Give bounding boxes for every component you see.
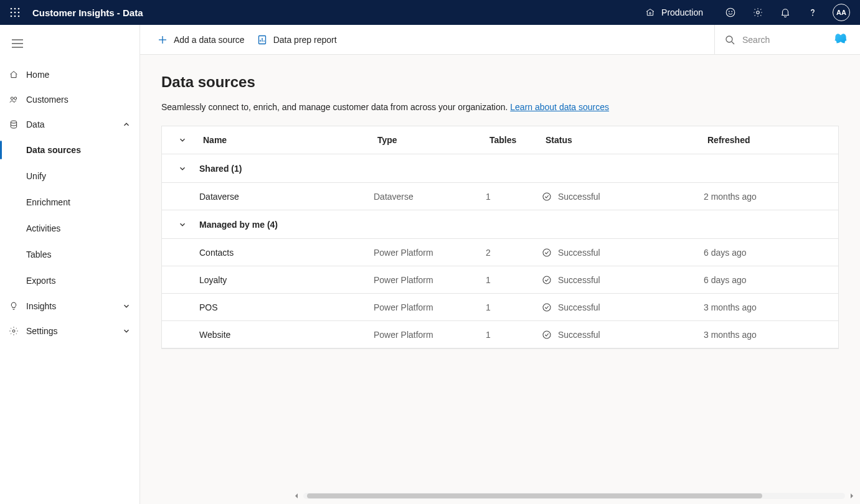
nav-sub-tables[interactable]: Tables	[0, 241, 139, 268]
settings-button[interactable]	[745, 0, 770, 25]
notifications-button[interactable]	[773, 0, 798, 25]
svg-point-32	[543, 249, 550, 256]
scroll-track[interactable]	[303, 493, 845, 499]
nav-item-insights[interactable]: Insights	[0, 294, 139, 319]
search-input[interactable]	[741, 34, 816, 45]
cell-type: Power Platform	[374, 275, 486, 285]
checkmark-circle-icon	[542, 330, 552, 340]
cell-refreshed: 6 days ago	[704, 248, 803, 258]
scroll-thumb[interactable]	[307, 493, 762, 498]
search-icon	[725, 35, 735, 45]
checkmark-circle-icon	[542, 192, 552, 202]
svg-point-33	[543, 276, 550, 284]
table-row[interactable]: DataverseDataverse1Successful2 months ag…	[162, 183, 838, 210]
svg-point-11	[729, 11, 729, 12]
group-label: Shared (1)	[199, 164, 374, 174]
table-row[interactable]: WebsitePower Platform1Successful3 months…	[162, 321, 838, 348]
column-tables[interactable]: Tables	[486, 135, 542, 145]
scroll-right-icon[interactable]	[849, 493, 855, 499]
cell-tables: 2	[486, 248, 542, 258]
nav-item-customers[interactable]: Customers	[0, 87, 139, 112]
page-description: Seamlessly connect to, enrich, and manag…	[161, 102, 839, 112]
column-expand[interactable]	[162, 136, 199, 144]
cell-status: Successful	[542, 330, 704, 340]
nav-item-home[interactable]: Home	[0, 62, 139, 87]
report-icon	[257, 35, 267, 45]
nav-item-data[interactable]: Data	[0, 112, 139, 137]
svg-point-35	[543, 331, 550, 338]
table-group-row[interactable]: Managed by me (4)	[162, 210, 838, 239]
table-header: Name Type Tables Status Refreshed	[162, 126, 838, 154]
chevron-down-icon	[178, 136, 187, 144]
nav-sub-label: Activities	[26, 223, 60, 233]
cell-type: Dataverse	[374, 192, 486, 202]
cell-tables: 1	[486, 302, 542, 312]
column-type[interactable]: Type	[374, 135, 486, 145]
table-row[interactable]: LoyaltyPower Platform1Successful6 days a…	[162, 266, 838, 294]
page-title: Data sources	[161, 73, 839, 91]
svg-point-10	[726, 8, 735, 17]
add-data-source-button[interactable]: Add a data source	[151, 25, 251, 55]
gear-icon	[9, 326, 19, 336]
cell-tables: 1	[486, 330, 542, 340]
nav-sub-label: Data sources	[26, 145, 81, 155]
cell-refreshed: 2 months ago	[704, 192, 803, 202]
table-row[interactable]: ContactsPower Platform2Successful6 days …	[162, 239, 838, 266]
table-row[interactable]: POSPower Platform1Successful3 months ago	[162, 294, 838, 321]
nav-item-settings[interactable]: Settings	[0, 319, 139, 343]
svg-point-4	[14, 12, 16, 14]
help-button[interactable]	[800, 0, 825, 25]
nav-sub-data-sources[interactable]: Data sources	[0, 137, 139, 163]
svg-marker-37	[851, 493, 853, 498]
nav-sub-activities[interactable]: Activities	[0, 215, 139, 241]
chevron-up-icon	[122, 120, 131, 129]
cell-status: Successful	[542, 302, 704, 312]
chevron-down-icon	[178, 164, 187, 173]
data-icon	[9, 119, 19, 129]
svg-point-22	[12, 330, 15, 332]
command-bar: Add a data source Data prep report	[140, 25, 860, 55]
desc-text: Seamlessly connect to, enrich, and manag…	[161, 102, 510, 112]
cell-status: Successful	[542, 192, 704, 202]
cell-tables: 1	[486, 275, 542, 285]
nav-item-label: Insights	[26, 301, 56, 311]
environment-label: Production	[661, 7, 703, 17]
nav-sub-unify[interactable]: Unify	[0, 163, 139, 189]
svg-marker-36	[295, 493, 298, 498]
nav-toggle-button[interactable]	[5, 32, 30, 55]
svg-point-6	[11, 16, 12, 17]
checkmark-circle-icon	[542, 275, 552, 285]
nav-item-label: Home	[26, 70, 49, 80]
cell-status: Successful	[542, 248, 704, 258]
data-sources-table: Name Type Tables Status Refreshed Shared…	[161, 126, 839, 349]
nav-item-label: Data	[26, 119, 45, 129]
learn-more-link[interactable]: Learn about data sources	[510, 102, 609, 112]
svg-point-18	[11, 97, 13, 100]
svg-point-29	[726, 36, 732, 42]
svg-point-2	[18, 8, 20, 10]
copilot-icon[interactable]	[833, 32, 849, 48]
table-group-row[interactable]: Shared (1)	[162, 154, 838, 183]
search-box[interactable]	[714, 25, 826, 55]
horizontal-scrollbar[interactable]	[293, 492, 855, 500]
feedback-button[interactable]	[718, 0, 743, 25]
nav-item-label: Customers	[26, 95, 69, 105]
environment-picker[interactable]: Production	[645, 7, 703, 17]
svg-point-1	[14, 8, 16, 10]
nav-sub-exports[interactable]: Exports	[0, 268, 139, 294]
chevron-down-icon	[122, 302, 131, 310]
column-name[interactable]: Name	[199, 135, 374, 145]
app-launcher-button[interactable]	[5, 2, 25, 22]
scroll-left-icon[interactable]	[293, 493, 300, 499]
svg-point-19	[14, 97, 17, 100]
column-status[interactable]: Status	[542, 135, 704, 145]
column-refreshed[interactable]: Refreshed	[704, 135, 803, 145]
data-prep-report-button[interactable]: Data prep report	[251, 25, 343, 55]
cell-type: Power Platform	[374, 302, 486, 312]
cell-type: Power Platform	[374, 330, 486, 340]
svg-point-0	[11, 8, 12, 10]
user-avatar[interactable]: AA	[833, 4, 850, 21]
svg-point-7	[14, 16, 16, 17]
svg-point-5	[18, 12, 20, 14]
nav-sub-enrichment[interactable]: Enrichment	[0, 189, 139, 215]
